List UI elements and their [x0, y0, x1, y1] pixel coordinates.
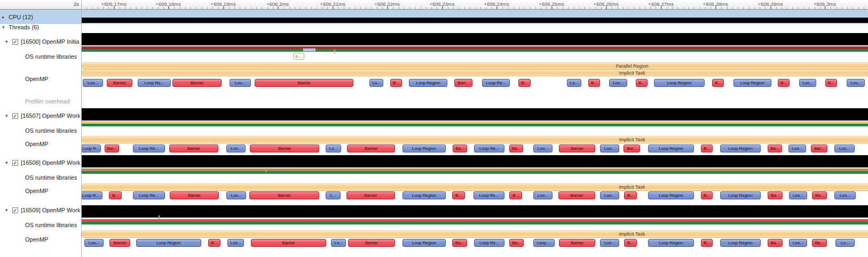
loop-region-chip[interactable]: Loop Re... [133, 144, 165, 152]
barrier-chip[interactable]: B... [778, 79, 790, 87]
thread-running-bar[interactable] [81, 108, 868, 121]
loop-region-chip[interactable]: Lo... [326, 144, 341, 152]
openmp-region-band[interactable]: Parallel Region [82, 62, 868, 69]
sidebar-timeline-divider[interactable] [81, 0, 82, 257]
openmp-region-band[interactable]: Implicit Task [82, 230, 868, 238]
loop-region-chip[interactable]: Loop Region [403, 191, 446, 199]
loop-region-chip[interactable]: Loo... [226, 144, 246, 152]
sidebar-row--16509-openmp-work[interactable]: ▾✓[16509] OpenMP Work▾ [0, 205, 81, 215]
barrier-chip[interactable]: B... [701, 144, 713, 152]
loop-region-chip[interactable]: Lo... [369, 79, 383, 87]
sidebar-row-os-runtime-libraries[interactable]: OS runtime libraries [0, 172, 81, 183]
expand-caret-icon[interactable]: ▾ [5, 39, 12, 44]
loop-region-chip[interactable]: Loop Region [720, 191, 761, 199]
loop-region-chip[interactable]: Loop Region [409, 79, 447, 87]
thread-state-stripe[interactable] [81, 171, 868, 174]
loop-region-chip[interactable]: Loop Region [648, 144, 694, 152]
barrier-chip[interactable]: Ba... [812, 239, 827, 247]
loop-region-chip[interactable]: Loo... [226, 191, 246, 199]
barrier-chip[interactable]: Ba... [509, 239, 524, 247]
barrier-chip[interactable]: B... [712, 79, 724, 87]
thread-running-bar[interactable] [81, 33, 868, 45]
sidebar-row-openmp[interactable]: OpenMP [0, 74, 81, 84]
timeline-ruler[interactable]: 2s +606.17ms+606.18ms+606.19ms+606.2ms+6… [0, 0, 868, 10]
barrier-chip[interactable]: B... [452, 191, 465, 199]
openmp-region-band[interactable]: Implicit Task [82, 183, 868, 191]
barrier-chip[interactable]: Barrier [172, 79, 222, 87]
openmp-region-band[interactable]: Implicit Task [82, 69, 868, 76]
sidebar-row--16508-openmp-work[interactable]: ▾✓[16508] OpenMP Work▾ [0, 157, 81, 168]
sidebar-row-os-runtime-libraries[interactable]: OS runtime libraries [0, 220, 81, 230]
thread-visibility-checkbox[interactable]: ✓ [12, 160, 18, 166]
expand-caret-icon[interactable]: ▾ [5, 207, 12, 213]
loop-region-chip[interactable]: Loo... [84, 239, 104, 247]
loop-region-chip[interactable]: Loop Region [648, 239, 694, 247]
loop-region-chip[interactable]: Loo... [533, 144, 553, 152]
barrier-chip[interactable]: B... [390, 79, 402, 87]
loop-region-chip[interactable]: Loop Re... [133, 191, 165, 199]
barrier-chip[interactable]: Barrier [348, 239, 395, 247]
barrier-chip[interactable]: Barrier [169, 144, 218, 152]
loop-region-chip[interactable]: Loop Region [720, 144, 761, 152]
barrier-chip[interactable]: Barrier [347, 144, 395, 152]
loop-region-chip[interactable]: Loo... [847, 79, 865, 87]
loop-region-chip[interactable]: Loo... [227, 239, 244, 247]
thread-state-stripe[interactable] [81, 49, 868, 52]
barrier-chip[interactable]: Ba... [453, 144, 467, 152]
loop-region-chip[interactable]: Loop Re... [138, 79, 171, 87]
sidebar-row-os-runtime-libraries[interactable]: OS runtime libraries [0, 125, 81, 136]
loop-region-chip[interactable]: Loop Re... [474, 239, 504, 247]
cpu-utilization-bar[interactable] [81, 18, 868, 23]
loop-region-chip[interactable]: Lo... [567, 79, 581, 87]
thread-visibility-checkbox[interactable]: ✓ [12, 207, 18, 213]
barrier-chip[interactable]: Ba... [768, 144, 782, 152]
loop-region-chip[interactable]: Lo... [835, 239, 855, 247]
barrier-chip[interactable]: B... [518, 79, 531, 87]
expand-caret-icon[interactable]: ▸ [2, 14, 9, 20]
barrier-chip[interactable]: B... [701, 191, 713, 199]
barrier-chip[interactable]: Ba... [812, 191, 827, 199]
loop-region-chip[interactable]: Loo... [834, 191, 856, 199]
loop-region-chip[interactable]: Loop Region [733, 79, 771, 87]
barrier-chip[interactable]: B... [208, 239, 220, 247]
loop-region-chip[interactable]: Loo... [799, 79, 816, 87]
barrier-chip[interactable]: B... [109, 191, 122, 199]
loop-region-chip[interactable]: Loo... [788, 144, 806, 152]
expand-caret-icon[interactable]: ▾ [2, 25, 9, 30]
barrier-chip[interactable]: Barrier [251, 239, 326, 247]
loop-region-chip[interactable]: Loo... [609, 79, 627, 87]
barrier-chip[interactable]: Barr... [454, 79, 472, 87]
barrier-chip[interactable]: Barrier [559, 144, 595, 152]
openmp-region-band[interactable]: Implicit Task [82, 136, 868, 143]
loop-region-chip[interactable]: Loo... [789, 191, 807, 199]
sample-chip[interactable]: s... [293, 53, 304, 60]
selection-marker[interactable] [303, 49, 315, 51]
timeline-pane[interactable]: Parallel RegionImplicit TaskImplicit Tas… [81, 0, 868, 257]
barrier-chip[interactable]: B... [636, 79, 648, 87]
barrier-chip[interactable]: Bar... [811, 144, 827, 152]
barrier-chip[interactable]: Ba... [768, 191, 783, 199]
barrier-chip[interactable]: Ba... [509, 144, 523, 152]
expand-caret-icon[interactable]: ▾ [5, 113, 12, 118]
thread-visibility-checkbox[interactable]: ✓ [12, 39, 18, 45]
sidebar-row-openmp[interactable]: OpenMP [0, 186, 81, 196]
thread-running-bar[interactable] [81, 155, 868, 167]
loop-region-chip[interactable]: Loo... [230, 79, 251, 87]
thread-running-bar[interactable] [81, 205, 868, 218]
loop-region-chip[interactable]: Loo... [834, 144, 855, 152]
barrier-chip[interactable]: Barrier [250, 144, 319, 152]
barrier-chip[interactable]: Barrier [346, 191, 395, 199]
loop-region-chip[interactable]: Loop Region [648, 191, 694, 199]
barrier-chip[interactable]: Bar... [105, 144, 119, 152]
expand-caret-icon[interactable]: ▾ [5, 160, 12, 165]
loop-region-chip[interactable]: Loop R... [81, 191, 102, 199]
loop-region-chip[interactable]: Loop Re... [474, 191, 504, 199]
loop-region-chip[interactable]: Loop R... [81, 144, 101, 152]
thread-visibility-checkbox[interactable]: ✓ [12, 113, 18, 119]
barrier-chip[interactable]: Barrier [249, 191, 319, 199]
barrier-chip[interactable]: B... [624, 191, 637, 199]
loop-region-chip[interactable]: Lo... [331, 239, 346, 247]
sidebar-row--16500-openmp-initia[interactable]: ▾✓[16500] OpenMP Initia▾ [0, 36, 81, 47]
loop-region-chip[interactable]: Loop Region [403, 239, 446, 247]
loop-region-chip[interactable]: Loo... [600, 191, 619, 199]
